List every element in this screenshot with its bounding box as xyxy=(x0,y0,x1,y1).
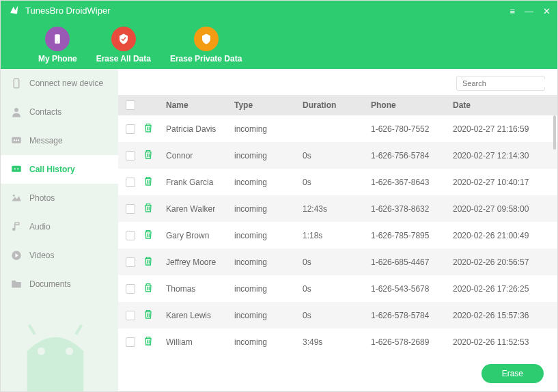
table-row: William incoming 3:49s 1-626-578-2689 20… xyxy=(118,328,557,355)
cell-date: 2020-02-26 11:52:53 xyxy=(453,337,557,347)
trash-icon[interactable] xyxy=(143,309,154,320)
search-input[interactable] xyxy=(462,79,557,87)
cell-type: incoming xyxy=(234,257,303,267)
content: Name Type Duration Phone Date Patricia D… xyxy=(118,69,557,391)
sidebar-item-contacts[interactable]: Contacts xyxy=(1,98,118,126)
scrollbar[interactable] xyxy=(553,115,556,150)
search-box[interactable] xyxy=(456,76,545,91)
sidebar-item-callhistory[interactable]: Call History xyxy=(1,155,118,184)
row-checkbox[interactable] xyxy=(126,231,135,240)
row-checkbox[interactable] xyxy=(126,337,135,347)
svg-rect-8 xyxy=(12,166,21,172)
cell-type: incoming xyxy=(234,284,303,294)
svg-rect-2 xyxy=(14,79,19,88)
cell-name: Patricia Davis xyxy=(166,124,234,134)
table-row: Thomas incoming 0s 1-626-543-5678 2020-0… xyxy=(118,275,557,302)
sidebar-item-documents[interactable]: Documents xyxy=(1,270,118,298)
table-row: Connor incoming 0s 1-626-756-5784 2020-0… xyxy=(118,142,557,169)
svg-point-9 xyxy=(14,168,16,169)
sidebar-item-connect[interactable]: Connect new device xyxy=(1,69,118,98)
tab-my-phone[interactable]: My Phone xyxy=(38,27,77,64)
sidebar-item-videos[interactable]: Videos xyxy=(1,241,118,270)
trash-icon[interactable] xyxy=(143,149,154,160)
svg-line-17 xyxy=(76,325,81,335)
trash-icon[interactable] xyxy=(143,255,154,266)
message-icon xyxy=(10,135,23,147)
row-checkbox[interactable] xyxy=(126,257,135,267)
trash-icon[interactable] xyxy=(143,176,154,186)
col-type: Type xyxy=(234,100,303,110)
cell-date: 2020-02-26 17:26:25 xyxy=(453,284,557,294)
cell-duration: 0s xyxy=(303,284,371,294)
callhistory-icon xyxy=(10,163,23,176)
cell-phone: 1-626-780-7552 xyxy=(371,124,453,134)
table-row: Gary Brown incoming 1:18s 1-626-785-7895… xyxy=(118,222,557,249)
svg-point-1 xyxy=(57,42,59,43)
tab-erase-private[interactable]: Erase Private Data xyxy=(170,27,242,64)
cell-date: 2020-02-26 21:00:49 xyxy=(453,231,557,240)
table-row: Jeffrey Moore incoming 0s 1-626-685-4467… xyxy=(118,249,557,275)
row-checkbox[interactable] xyxy=(126,151,135,160)
trash-icon[interactable] xyxy=(143,202,154,213)
cell-phone: 1-626-685-4467 xyxy=(371,257,453,267)
cell-date: 2020-02-27 21:16:59 xyxy=(453,124,557,134)
svg-point-10 xyxy=(17,168,18,169)
table-header: Name Type Duration Phone Date xyxy=(118,95,557,115)
table-row: Frank Garcia incoming 0s 1-626-367-8643 … xyxy=(118,169,557,195)
svg-point-14 xyxy=(38,348,45,355)
sidebar-item-label: Documents xyxy=(29,279,71,289)
cell-date: 2020-02-26 20:56:57 xyxy=(453,257,557,267)
cell-type: incoming xyxy=(234,151,303,160)
main: Connect new deviceContactsMessageCall Hi… xyxy=(1,69,557,391)
row-checkbox[interactable] xyxy=(126,284,135,294)
sidebar-item-message[interactable]: Message xyxy=(1,126,118,155)
minimize-icon[interactable]: — xyxy=(525,6,533,16)
tab-erase-all[interactable]: Erase All Data xyxy=(96,27,151,64)
more-icon[interactable]: ≡ xyxy=(510,6,515,16)
trash-icon[interactable] xyxy=(143,335,154,346)
table-row: Patricia Davis incoming 1-626-780-7552 2… xyxy=(118,115,557,142)
cell-type: incoming xyxy=(234,178,303,187)
row-checkbox[interactable] xyxy=(126,178,135,187)
row-checkbox[interactable] xyxy=(126,204,135,214)
sidebar-item-audio[interactable]: Audio xyxy=(1,212,118,241)
svg-point-5 xyxy=(14,139,15,141)
svg-point-7 xyxy=(18,139,19,141)
cell-phone: 1-626-756-5784 xyxy=(371,151,453,160)
row-checkbox[interactable] xyxy=(126,124,135,134)
cell-duration: 12:43s xyxy=(303,204,371,214)
cell-date: 2020-02-26 15:57:36 xyxy=(453,311,557,320)
cell-phone: 1-626-578-5784 xyxy=(371,311,453,320)
sidebar-item-label: Call History xyxy=(29,165,75,174)
sidebar-item-label: Videos xyxy=(29,251,54,260)
cell-duration: 0s xyxy=(303,178,371,187)
erase-button[interactable]: Erase xyxy=(482,364,544,383)
cell-duration: 0s xyxy=(303,257,371,267)
row-checkbox[interactable] xyxy=(126,311,135,320)
shield-check-icon xyxy=(111,27,136,51)
col-date: Date xyxy=(453,100,557,110)
titlebar: TunesBro DroidWiper ≡ — ✕ xyxy=(1,1,557,20)
col-phone: Phone xyxy=(371,100,453,110)
cell-phone: 1-626-378-8632 xyxy=(371,204,453,214)
col-duration: Duration xyxy=(303,100,371,110)
cell-name: Frank Garcia xyxy=(166,178,234,187)
svg-line-16 xyxy=(29,325,35,335)
sidebar-item-label: Connect new device xyxy=(29,79,103,88)
cell-duration: 3:49s xyxy=(303,337,371,347)
cell-duration: 0s xyxy=(303,311,371,320)
cell-duration: 1:18s xyxy=(303,231,371,240)
sidebar-item-photos[interactable]: Photos xyxy=(1,184,118,212)
cell-name: Karen Lewis xyxy=(166,311,234,320)
cell-type: incoming xyxy=(234,337,303,347)
sidebar-item-label: Message xyxy=(29,136,63,145)
select-all-checkbox[interactable] xyxy=(126,100,135,110)
videos-icon xyxy=(10,249,23,262)
cell-type: incoming xyxy=(234,311,303,320)
trash-icon[interactable] xyxy=(143,122,154,133)
trash-icon[interactable] xyxy=(143,229,154,240)
cell-phone: 1-626-785-7895 xyxy=(371,231,453,240)
trash-icon[interactable] xyxy=(143,282,154,293)
close-icon[interactable]: ✕ xyxy=(543,6,550,16)
cell-date: 2020-02-27 12:14:30 xyxy=(453,151,557,160)
